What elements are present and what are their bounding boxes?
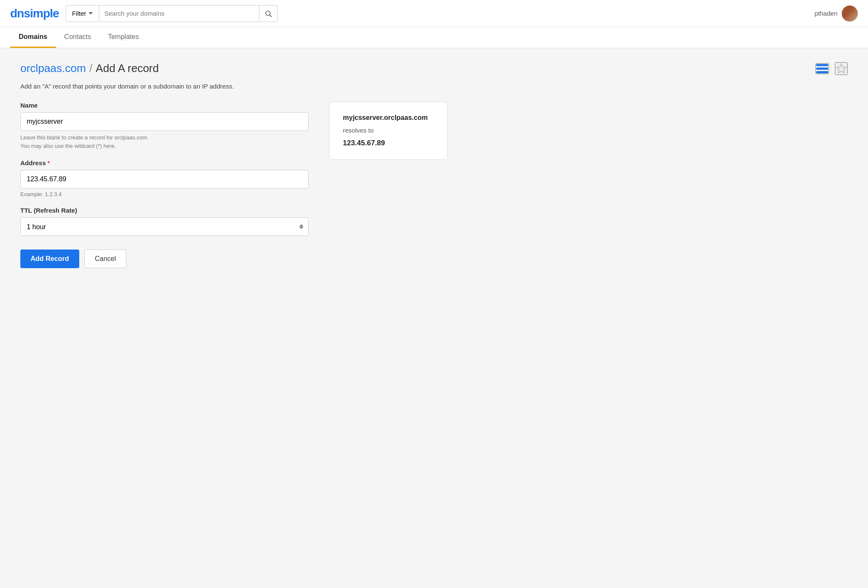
search-icon: [264, 10, 272, 17]
filter-caret-icon: [89, 12, 93, 14]
preview-resolves-label: resolves to: [343, 127, 434, 134]
main-content: orclpaas.com / Add A record Add an "A" r…: [0, 48, 868, 585]
ttl-select[interactable]: 1 minute 5 minutes 10 minutes 15 minutes…: [20, 217, 309, 236]
search-area: Filter: [66, 5, 278, 22]
button-row: Add Record Cancel: [20, 250, 309, 268]
ttl-label: TTL (Refresh Rate): [20, 207, 309, 214]
svg-rect-3: [816, 67, 828, 69]
required-star: *: [47, 160, 50, 166]
page-header-row: orclpaas.com / Add A record: [20, 62, 848, 75]
cancel-button[interactable]: Cancel: [84, 250, 127, 268]
svg-line-1: [270, 15, 271, 17]
svg-rect-2: [816, 64, 828, 66]
username: pthaden: [815, 10, 837, 17]
ttl-select-wrapper: 1 minute 5 minutes 10 minutes 15 minutes…: [20, 217, 309, 236]
favorite-button[interactable]: [835, 62, 848, 75]
name-input[interactable]: [20, 112, 309, 131]
header: dnsimple Filter pthaden: [0, 0, 868, 27]
preview-ip: 123.45.67.89: [343, 139, 434, 147]
tab-domains[interactable]: Domains: [10, 27, 56, 48]
tab-contacts[interactable]: Contacts: [56, 27, 100, 48]
svg-rect-4: [816, 71, 828, 73]
preview-hostname: myjcsserver.orclpaas.com: [343, 114, 434, 122]
search-button[interactable]: [259, 5, 278, 22]
nav-tabs: Domains Contacts Templates: [0, 27, 868, 48]
search-input[interactable]: [99, 5, 259, 22]
list-view-button[interactable]: [815, 63, 829, 74]
logo[interactable]: dnsimple: [10, 7, 59, 20]
address-label: Address *: [20, 159, 309, 166]
page-description: Add an "A" record that points your domai…: [20, 83, 848, 90]
name-label: Name: [20, 102, 309, 109]
form-and-preview: Name Leave this blank to create a record…: [20, 102, 848, 268]
page-title: Add A record: [96, 62, 159, 75]
breadcrumb-separator: /: [89, 62, 92, 75]
user-area: pthaden: [815, 6, 858, 22]
ttl-field-group: TTL (Refresh Rate) 1 minute 5 minutes 10…: [20, 207, 309, 236]
page-actions: [815, 62, 848, 75]
breadcrumb-domain-link[interactable]: orclpaas.com: [20, 62, 86, 75]
address-example: Example: 1.2.3.4: [20, 191, 309, 197]
preview-card: myjcsserver.orclpaas.com resolves to 123…: [329, 102, 448, 160]
list-icon: [816, 64, 828, 73]
filter-label: Filter: [72, 10, 86, 17]
avatar[interactable]: [842, 6, 858, 22]
add-record-button[interactable]: Add Record: [20, 250, 79, 268]
name-field-group: Name Leave this blank to create a record…: [20, 102, 309, 150]
address-field-group: Address * Example: 1.2.3.4: [20, 159, 309, 197]
star-icon: [836, 63, 847, 74]
svg-marker-5: [837, 64, 846, 73]
tab-templates[interactable]: Templates: [100, 27, 147, 48]
name-hint: Leave this blank to create a record for …: [20, 133, 309, 150]
address-input[interactable]: [20, 170, 309, 189]
breadcrumb: orclpaas.com / Add A record: [20, 62, 159, 75]
form-section: Name Leave this blank to create a record…: [20, 102, 309, 268]
filter-button[interactable]: Filter: [66, 5, 99, 22]
